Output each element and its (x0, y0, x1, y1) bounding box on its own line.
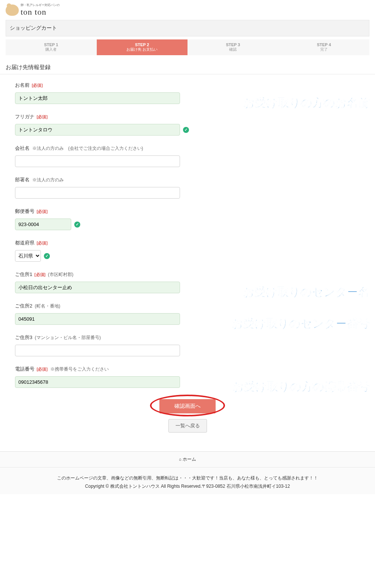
required-badge: [必須] (37, 241, 48, 245)
company-input[interactable] (15, 155, 180, 167)
step-2: STEP 2 お届け先 お支払い (97, 39, 188, 55)
progress-steps: STEP 1 購入者 STEP 2 お届け先 お支払い STEP 3 確認 ST… (6, 39, 369, 55)
addr3-input[interactable] (15, 345, 180, 356)
name-label: お名前 (15, 82, 30, 88)
dept-label: 部署名 (15, 177, 30, 182)
addr3-hint: (マンション・ビル名・部屋番号) (35, 335, 101, 340)
addr2-label: ご住所2 (15, 303, 32, 309)
back-button[interactable]: 一覧へ戻る (168, 419, 207, 433)
field-dept: 部署名 ※法人の方のみ (15, 176, 360, 199)
check-icon: ✓ (44, 253, 50, 259)
field-name: お名前 [必須] お受け取りの方のお名前 (15, 82, 360, 104)
field-phone: 電話番号 [必須] ※携帯番号をご入力ください お受け取りの方の携帯番号 (15, 366, 360, 388)
logo-brand: ton ton (21, 7, 60, 17)
logo-area: 卵・乳アレルギー対応パンの ton ton (0, 0, 375, 20)
step-3: STEP 3 確認 (188, 39, 279, 55)
field-addr2: ご住所2 (町名・番地) お受け取りのセンター番号 (15, 303, 360, 325)
addr1-label: ご住所1 (15, 271, 32, 277)
step-4: STEP 4 完了 (279, 39, 370, 55)
field-kana: フリガナ [必須] ✓ (15, 113, 360, 136)
required-badge: [必須] (37, 115, 48, 119)
footer-line-2: Copyright © 株式会社トントンハウス All Rights Reser… (4, 482, 371, 491)
submit-button[interactable]: 確認画面へ (159, 399, 216, 413)
check-icon: ✓ (74, 222, 80, 228)
field-pref: 都道府県 [必須] 石川県 ✓ (15, 240, 360, 262)
postal-label: 郵便番号 (15, 208, 34, 214)
field-addr1: ご住所1 [必須] (市区町村郡) お受け取りのセンター名 (15, 271, 360, 293)
dept-hint: ※法人の方のみ (32, 177, 64, 182)
footer-line-1: このホームページの文章、画像などの無断引用、無断転記は・・・大歓迎です！当店も、… (4, 474, 371, 482)
required-badge: [必須] (37, 209, 48, 214)
home-link[interactable]: ホーム (183, 457, 196, 462)
phone-input[interactable] (15, 376, 180, 388)
addr2-input[interactable] (15, 313, 180, 325)
pref-label: 都道府県 (15, 240, 34, 246)
addr1-input[interactable] (15, 282, 180, 293)
company-label: 会社名 (15, 145, 30, 151)
footer: ⌂ ホーム このホームページの文章、画像などの無断引用、無断転記は・・・大歓迎で… (0, 451, 375, 494)
addr2-hint: (町名・番地) (35, 303, 60, 309)
field-company: 会社名 ※法人の方のみ (会社でご注文の場合ご入力ください) (15, 145, 360, 167)
home-icon: ⌂ (179, 457, 182, 461)
kana-input[interactable] (15, 124, 180, 136)
required-badge: [必須] (34, 272, 45, 277)
pref-select[interactable]: 石川県 (15, 250, 41, 262)
kana-label: フリガナ (15, 114, 34, 119)
page-title: ショッピングカート (6, 20, 369, 36)
required-badge: [必須] (37, 367, 48, 371)
name-input[interactable] (15, 92, 180, 104)
logo-icon (6, 5, 19, 16)
field-addr3: ご住所3 (マンション・ビル名・部屋番号) (15, 334, 360, 356)
check-icon: ✓ (183, 127, 189, 133)
company-hint: ※法人の方のみ (会社でご注文の場合ご入力ください) (32, 146, 143, 151)
phone-hint: ※携帯番号をご入力ください (50, 366, 109, 372)
field-postal: 郵便番号 [必須] ✓ (15, 208, 360, 230)
addr1-hint: (市区町村郡) (48, 272, 74, 277)
addr3-label: ご住所3 (15, 335, 32, 340)
section-title: お届け先情報登録 (0, 61, 375, 74)
step-1: STEP 1 購入者 (6, 39, 97, 55)
dept-input[interactable] (15, 187, 180, 199)
postal-input[interactable] (15, 219, 71, 230)
logo-tagline: 卵・乳アレルギー対応パンの (21, 3, 60, 7)
phone-label: 電話番号 (15, 366, 34, 372)
required-badge: [必須] (32, 83, 43, 87)
